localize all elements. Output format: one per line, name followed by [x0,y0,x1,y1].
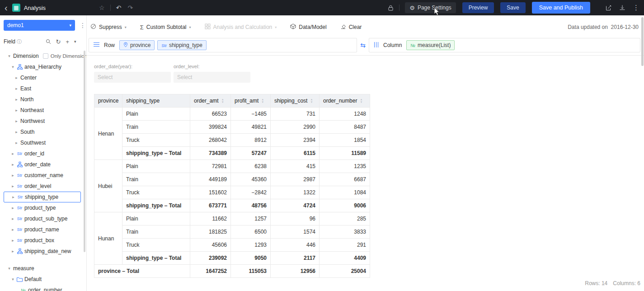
field-chip-measure-list[interactable]: №measure(List) [406,40,455,50]
sidebar-item-south[interactable]: ▸South [4,127,81,137]
sort-icon[interactable]: ▲▼ [360,99,362,104]
column-header-order-number[interactable]: order_number▲▼ [320,94,370,108]
chevron-down-icon[interactable]: ▾ [10,65,16,69]
sidebar-item-east[interactable]: ▸East [4,83,81,94]
sidebar-item-southwest[interactable]: ▸Southwest [4,137,81,148]
chevron-right-icon[interactable]: ▸ [10,206,16,210]
sidebar-item-shipping-date-new[interactable]: ▸shipping_date_new [4,246,81,257]
undo-icon[interactable]: ↶ [116,4,122,11]
chevron-right-icon[interactable]: ▸ [10,216,16,221]
sidebar-item-measure[interactable]: ▾measure [4,263,81,274]
sidebar-item-order-id[interactable]: ▸Strorder_id [4,148,81,159]
chevron-right-icon[interactable]: ▸ [14,108,19,113]
save-button[interactable]: Save [500,2,525,13]
sidebar-item-order-level[interactable]: ▸Strorder_level [4,181,81,192]
filter-select[interactable]: Select [94,72,171,83]
custom-subtotal-button[interactable]: ΣCustom Subtotal▾ [140,24,191,31]
field-chip-province[interactable]: province [119,40,155,50]
column-header-order-amt[interactable]: order_amt▲▼ [190,94,231,108]
value-cell: 6687 [320,173,370,186]
save-and-publish-button[interactable]: Save and Publish [532,2,590,14]
chevron-right-icon[interactable]: ▸ [14,75,19,80]
column-header-profit-amt[interactable]: profit_amt▲▼ [231,94,271,108]
chevron-right-icon[interactable]: ▸ [10,173,16,178]
value-cell: −2842 [231,186,271,199]
string-type-icon: Str [16,238,24,243]
chevron-down-icon[interactable]: ▾ [10,277,16,282]
sidebar-item-dimension[interactable]: ▾DimensionOnly Dimension [4,51,81,61]
field-chip-shipping-type[interactable]: Strshipping_type [157,40,207,50]
sidebar-item-northwest[interactable]: ▸Northwest [4,116,81,127]
chevron-right-icon[interactable]: ▸ [14,130,19,134]
sort-icon[interactable]: ▲▼ [261,99,264,104]
column-header-province[interactable]: province [94,94,122,108]
download-icon[interactable] [619,5,625,11]
dataset-select[interactable]: demo1 ▾ [4,20,75,31]
sidebar-item-default[interactable]: ▾Default [4,274,81,285]
chevron-right-icon[interactable]: ▸ [10,184,16,188]
chevron-right-icon[interactable]: ▸ [10,249,16,253]
edit-icon[interactable] [606,5,612,11]
sidebar-scrollbar[interactable] [84,51,85,252]
favorite-star-icon[interactable]: ☆ [99,4,105,11]
preview-button[interactable]: Preview [462,2,494,13]
string-type-icon: Str [16,216,24,221]
add-field-icon[interactable]: + [66,38,69,45]
value-cell: 268042 [190,134,231,147]
chevron-down-icon[interactable]: ▾ [74,39,80,44]
column-header-shipping-cost[interactable]: shipping_cost▲▼ [271,94,320,108]
info-icon: ⓘ [17,38,22,45]
suppress-button[interactable]: Suppress▾ [90,23,127,31]
sidebar-item-northeast[interactable]: ▸Northeast [4,105,81,116]
chevron-right-icon[interactable]: ▸ [10,162,16,167]
only-dimension-checkbox[interactable] [43,53,48,59]
sidebar-item-customer-name[interactable]: ▸Strcustomer_name [4,170,81,181]
sidebar-item-center[interactable]: ▸Center [4,72,81,83]
sidebar-item-shipping-type[interactable]: ▸Strshipping_type [4,192,81,202]
column-header-shipping-type[interactable]: shipping_type [122,94,190,108]
refresh-icon[interactable]: ↻ [56,38,61,45]
redo-icon[interactable]: ↷ [127,4,133,11]
page-scrollbar[interactable] [641,17,644,66]
chevron-right-icon[interactable]: ▸ [10,227,16,232]
clear-button[interactable]: Clear [340,23,362,31]
dataset-menu-icon[interactable]: ⋮ [80,22,86,29]
chevron-down-icon: ▾ [275,25,277,29]
sidebar-item-product-name[interactable]: ▸Strproduct_name [4,224,81,235]
more-menu-icon[interactable]: ⋮ [633,4,639,12]
lock-icon[interactable] [388,5,394,11]
sort-icon[interactable]: ▲▼ [310,99,313,104]
province-cell: Henan [94,108,122,160]
table-row: HubeiPlain7298162384151235 [94,160,370,173]
sort-icon[interactable]: ▲▼ [221,99,224,104]
sidebar-item-product-sub-type[interactable]: ▸Strproduct_sub_type [4,213,81,224]
sidebar-item-north[interactable]: ▸North [4,94,81,105]
row-icon [94,42,99,48]
chevron-right-icon[interactable]: ▸ [14,86,19,91]
shipping-type-cell: Plain [122,160,190,173]
chevron-right-icon[interactable]: ▸ [10,151,16,156]
chevron-right-icon[interactable]: ▸ [14,97,19,102]
sidebar-item-area-hierarchy[interactable]: ▾area_Hierarchy [4,61,81,72]
swap-row-column-icon[interactable]: ⇆ [357,42,369,49]
chevron-right-icon[interactable]: ▸ [10,238,16,243]
column-header-label: order_number [323,98,357,104]
page-settings-button[interactable]: ⚙ Page Settings [405,2,456,13]
grand-total-value-cell: 12956 [271,265,320,278]
sidebar-item-label: product_box [24,237,54,244]
sidebar-item-order-date[interactable]: ▸order_date [4,159,81,170]
subtotal-value-cell: 673771 [190,199,231,212]
chevron-right-icon[interactable]: ▸ [14,119,19,123]
back-icon[interactable]: ‹ [5,3,8,12]
data-model-button[interactable]: Data/Model [290,23,326,31]
chevron-down-icon[interactable]: ▾ [6,266,12,271]
sidebar-item-product-type[interactable]: ▸Strproduct_type [4,202,81,213]
chevron-right-icon[interactable]: ▸ [14,141,19,145]
chevron-right-icon[interactable]: ▸ [10,195,16,199]
chevron-down-icon[interactable]: ▾ [6,54,12,58]
sidebar-item-product-box[interactable]: ▸Strproduct_box [4,235,81,246]
search-icon[interactable] [46,39,51,44]
sidebar-item-order-number[interactable]: ▸№order_number [4,285,81,291]
filter-select[interactable]: Select [174,72,250,83]
value-cell: 181825 [190,225,231,239]
